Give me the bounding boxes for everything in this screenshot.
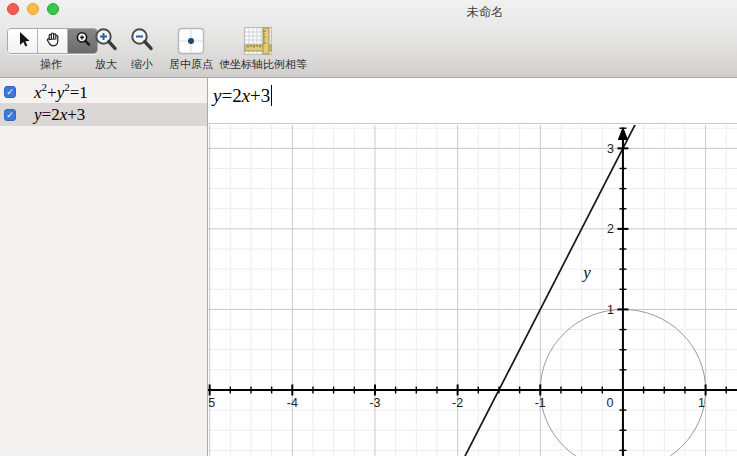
equal-axis-scale-icon[interactable] xyxy=(243,26,273,60)
equation-part: =2 xyxy=(221,85,241,106)
equation-list: ✓x2+y2=1✓y=2x+3 xyxy=(0,78,207,126)
equation-part: y xyxy=(34,105,42,124)
zoom-window-button[interactable] xyxy=(47,3,59,15)
equation-row[interactable]: ✓x2+y2=1 xyxy=(0,80,207,103)
center-origin-icon[interactable] xyxy=(177,27,205,59)
close-button[interactable] xyxy=(7,3,19,15)
zoom-mode-icon xyxy=(74,30,92,52)
x-tick-label: -4 xyxy=(287,396,298,410)
equation-sidebar: ✓x2+y2=1✓y=2x+3 xyxy=(0,78,207,456)
equation-visibility-checkbox[interactable]: ✓ xyxy=(4,109,16,121)
checkmark-icon: ✓ xyxy=(6,110,14,120)
equation-editor[interactable]: y=2x+3 xyxy=(208,78,737,124)
mode-segmented-control xyxy=(7,28,98,54)
center-origin-button[interactable]: 居中原点 xyxy=(158,57,224,72)
y-tick-label: 1 xyxy=(607,303,614,317)
magnifier-minus-icon[interactable] xyxy=(128,26,156,58)
equation-part: +3 xyxy=(250,85,270,106)
pan-mode-button[interactable] xyxy=(38,29,68,53)
app-window: 未命名 操作 放大 xyxy=(0,0,737,456)
equal-axis-scale-button[interactable]: 使坐标轴比例相等 xyxy=(218,57,308,72)
y-tick-label: 2 xyxy=(607,222,614,236)
checkmark-icon: ✓ xyxy=(6,87,14,97)
hand-icon xyxy=(44,30,62,52)
equation-row[interactable]: ✓y=2x+3 xyxy=(0,103,207,126)
equation-label: y=2x+3 xyxy=(34,105,85,125)
cursor-arrow-icon xyxy=(14,30,32,52)
text-cursor xyxy=(271,85,272,106)
equation-part: x xyxy=(242,85,250,106)
y-tick-label: 3 xyxy=(607,142,614,156)
equation-part: + xyxy=(47,82,57,101)
traffic-lights xyxy=(7,3,59,15)
equation-part: x xyxy=(34,82,42,101)
select-mode-button[interactable] xyxy=(8,29,38,53)
equation-label: x2+y2=1 xyxy=(34,81,88,103)
equation-part: =2 xyxy=(42,105,60,124)
graph-canvas[interactable]: -5-4-3-2-101123y xyxy=(208,125,737,456)
x-tick-label: -3 xyxy=(369,396,380,410)
x-tick-label: -1 xyxy=(535,396,546,410)
x-tick-label: 0 xyxy=(606,396,613,410)
equation-visibility-checkbox[interactable]: ✓ xyxy=(4,86,16,98)
window-chrome: 未命名 操作 放大 xyxy=(0,0,737,78)
graph-area: -5-4-3-2-101123y xyxy=(208,125,737,456)
equation-part: =1 xyxy=(70,82,88,101)
minimize-button[interactable] xyxy=(27,3,39,15)
curve-label: y xyxy=(581,263,591,282)
segmented-control-label: 操作 xyxy=(7,57,95,72)
magnifier-plus-icon[interactable] xyxy=(92,26,120,58)
main-area: y=2x+3 -5-4-3-2-101123y xyxy=(207,78,737,456)
equation-part: +3 xyxy=(67,105,85,124)
x-tick-label: 1 xyxy=(698,396,705,410)
x-tick-label: -5 xyxy=(208,396,215,410)
window-title: 未命名 xyxy=(435,4,535,21)
x-tick-label: -2 xyxy=(452,396,463,410)
curve-line xyxy=(457,125,643,456)
